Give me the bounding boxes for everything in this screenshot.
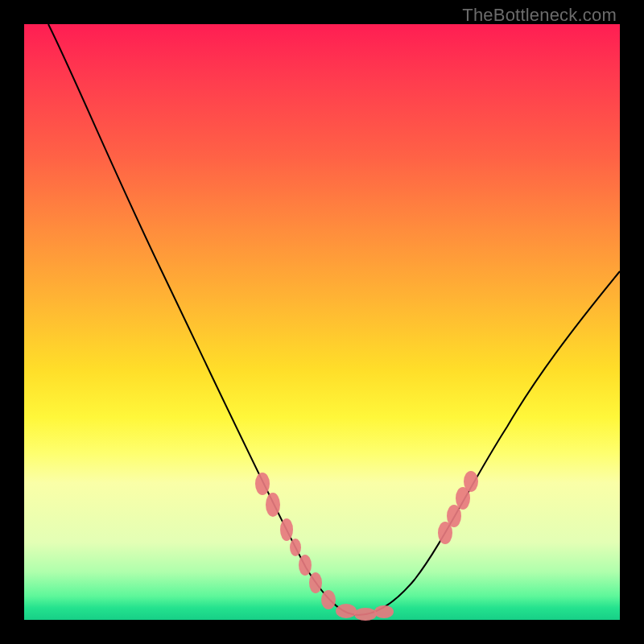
chart-frame: TheBottleneck.com	[0, 0, 644, 644]
plot-area	[24, 24, 620, 620]
watermark-text: TheBottleneck.com	[462, 5, 617, 26]
bottleneck-curve	[48, 24, 620, 615]
bead-marker	[374, 605, 394, 618]
bead-marker	[309, 572, 322, 593]
bead-marker	[266, 493, 280, 517]
curve-layer	[24, 24, 620, 620]
bead-markers	[255, 471, 478, 621]
bead-marker	[321, 590, 336, 609]
bead-marker	[464, 471, 478, 492]
bead-marker	[336, 604, 357, 618]
bead-marker	[255, 473, 270, 495]
bead-marker	[447, 505, 461, 527]
bead-marker	[290, 539, 301, 556]
bead-marker	[299, 555, 312, 576]
bead-marker	[280, 518, 293, 541]
bead-marker	[354, 608, 377, 621]
